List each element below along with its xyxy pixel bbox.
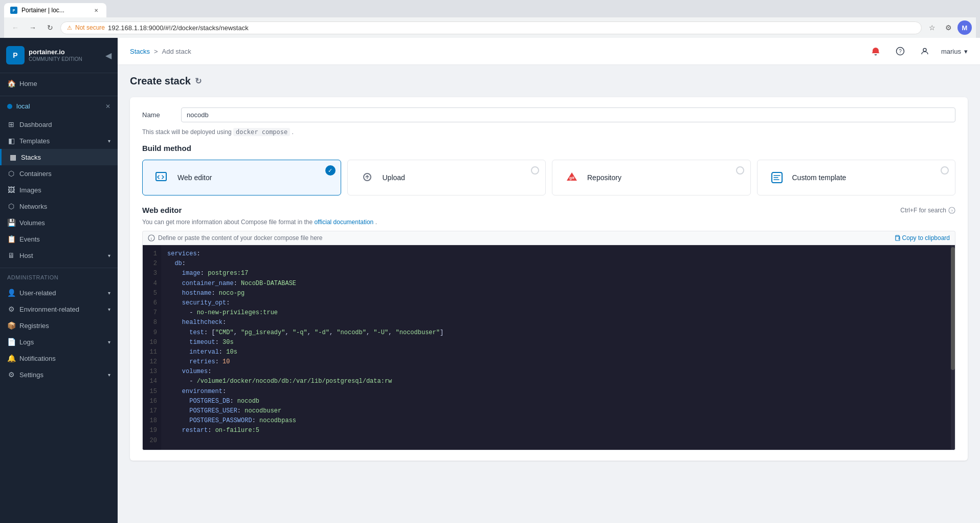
user-profile-btn[interactable] [917,43,933,59]
extensions-btn[interactable]: ⚙ [941,20,955,35]
host-arrow-icon: ▾ [108,253,110,258]
sidebar-item-registries[interactable]: 📦 Registries [0,317,118,334]
sidebar-item-volumes[interactable]: 💾 Volumes [0,214,118,231]
svg-text:P: P [13,9,15,12]
sidebar-item-user-related[interactable]: 👤 User-related ▾ [0,285,118,301]
official-docs-link[interactable]: official documentation [314,219,373,226]
build-card-web-editor[interactable]: Web editor ✓ [142,160,341,195]
upload-label: Upload [383,173,405,182]
stacks-icon: ▦ [9,153,17,161]
sidebar-item-events[interactable]: 📋 Events [0,231,118,247]
refresh-btn[interactable]: ↻ [195,76,202,86]
tab-favicon: P [10,7,17,14]
sidebar-item-label: User-related [19,289,104,297]
sidebar-env-item[interactable]: local ✕ [0,98,118,114]
editor-hint-text: Define or paste the content of your dock… [158,234,323,242]
sidebar-divider-2 [0,268,118,268]
networks-icon: ⬡ [7,202,15,210]
svg-text:?: ? [951,208,953,213]
active-tab[interactable]: P Portainer | loc... ✕ [4,3,106,17]
templates-arrow-icon: ▾ [108,138,110,144]
sidebar-item-host[interactable]: 🖥 Host ▾ [0,247,118,264]
settings-icon: ⚙ [7,371,15,379]
svg-point-4 [923,49,926,52]
volumes-icon: 💾 [7,219,15,227]
sidebar-item-networks[interactable]: ⬡ Networks [0,198,118,214]
top-bar: Stacks > Add stack ? marius ▾ [118,38,980,65]
create-stack-form: Name This stack will be deployed using d… [130,97,968,461]
sidebar-item-stacks[interactable]: ▦ Stacks [0,149,118,165]
sidebar-item-label: Notifications [19,355,110,362]
sidebar-item-settings[interactable]: ⚙ Settings ▾ [0,366,118,383]
editor-search-hint: Ctrl+F for search ? [900,207,955,214]
name-field-row: Name [142,107,955,122]
repository-radio [736,166,744,175]
main-content: Stacks > Add stack ? marius ▾ [118,38,980,523]
sidebar-item-templates[interactable]: ◧ Templates ▾ [0,133,118,149]
sidebar-item-label: Environment-related [19,306,104,313]
deploy-tool-code: docker compose [233,128,290,136]
sidebar-item-notifications[interactable]: 🔔 Notifications [0,350,118,366]
custom-template-icon [768,168,786,187]
custom-template-label: Custom template [792,173,847,182]
sidebar-item-label: Settings [19,371,104,379]
bookmark-btn[interactable]: ☆ [925,20,939,35]
sidebar-item-containers[interactable]: ⬡ Containers [0,165,118,182]
editor-title: Web editor [142,206,182,214]
name-input[interactable] [181,107,955,122]
sidebar-item-environment-related[interactable]: ⚙ Environment-related ▾ [0,301,118,317]
notifications-bell-btn[interactable] [867,43,884,59]
profile-btn[interactable]: M [957,20,972,35]
notifications-icon: 🔔 [7,354,15,362]
browser-chrome: P Portainer | loc... ✕ ← → ↻ ⚠ Not secur… [0,0,980,38]
user-arrow-icon: ▾ [108,290,110,296]
forward-btn[interactable]: → [26,20,40,35]
help-btn[interactable]: ? [892,43,908,59]
sidebar-item-label: Networks [19,203,110,210]
settings-arrow-icon: ▾ [108,372,110,378]
env-arrow-icon: ▾ [108,307,110,312]
user-icon: 👤 [7,289,15,297]
breadcrumb-separator: > [154,48,158,55]
code-editor[interactable]: 123 456 789 101112 131415 161718 1920 se… [142,245,955,450]
back-btn[interactable]: ← [8,20,23,35]
upload-radio [531,166,539,175]
sidebar-item-label: Home [19,80,110,88]
repository-icon: git [563,168,581,187]
edition-label: COMMUNITY EDITION [29,56,82,62]
sidebar-item-dashboard[interactable]: ⊞ Dashboard [0,116,118,133]
reload-btn[interactable]: ↻ [43,20,57,35]
sidebar-item-label: Registries [19,322,110,330]
sidebar-item-images[interactable]: 🖼 Images [0,182,118,198]
copy-clipboard-btn[interactable]: Copy to clipboard [894,234,950,242]
sidebar-item-home[interactable]: 🏠 Home [0,75,118,92]
line-numbers: 123 456 789 101112 131415 161718 1920 [143,245,161,450]
page-title-text: Create stack [130,75,191,87]
build-card-repository[interactable]: git Repository [552,160,751,195]
scrollbar-thumb[interactable] [951,247,955,370]
containers-icon: ⬡ [7,169,15,178]
security-icon: ⚠ [67,25,72,31]
build-card-custom-template[interactable]: Custom template [757,160,956,195]
build-card-upload[interactable]: Upload [347,160,546,195]
address-bar[interactable]: ⚠ Not secure 192.168.1.18:9000/#!/2/dock… [60,21,922,34]
env-close-btn[interactable]: ✕ [105,103,110,110]
collapse-btn[interactable]: ◀ [105,51,112,60]
url-text: 192.168.1.18:9000/#!/2/docker/stacks/new… [108,24,249,32]
code-content[interactable]: services: db: image: postgres:17 contain… [161,245,955,450]
scrollbar-track[interactable] [951,245,955,450]
svg-text:git: git [569,176,574,180]
sidebar-item-label: Logs [19,338,104,346]
user-menu[interactable]: marius ▾ [941,48,968,55]
images-icon: 🖼 [7,186,15,194]
sidebar-item-logs[interactable]: 📄 Logs ▾ [0,334,118,350]
templates-icon: ◧ [7,137,15,145]
sidebar-item-label: Containers [19,170,110,178]
breadcrumb-parent[interactable]: Stacks [130,48,150,55]
sidebar-item-label: Templates [19,137,104,145]
sidebar-item-label: Dashboard [19,121,110,128]
web-editor-label: Web editor [177,173,212,182]
editor-note: You can get more information about Compo… [142,219,955,226]
svg-text:i: i [151,236,152,241]
tab-close-btn[interactable]: ✕ [92,6,100,14]
